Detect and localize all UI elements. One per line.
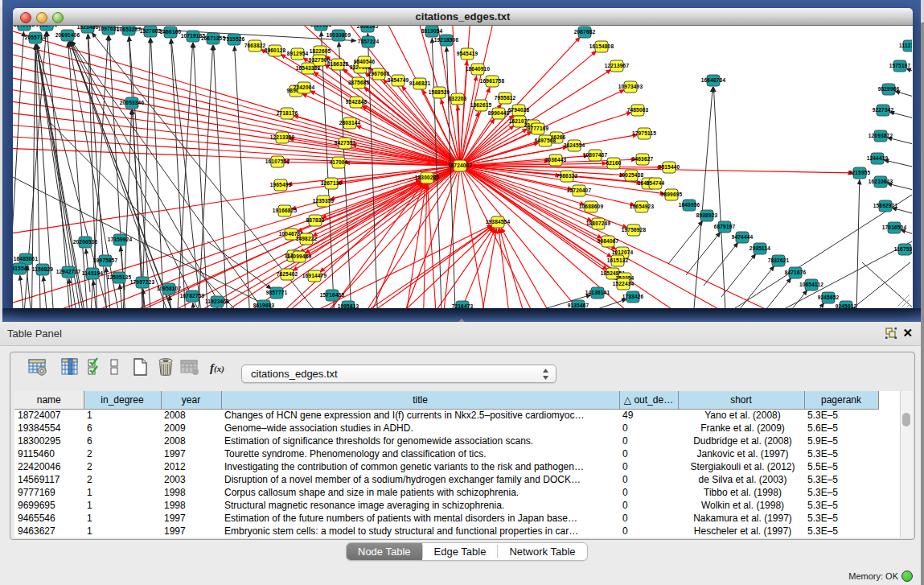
svg-text:16782759: 16782759 xyxy=(180,293,205,299)
svg-text:17975115: 17975115 xyxy=(632,130,656,136)
svg-text:18640910: 18640910 xyxy=(466,66,491,72)
svg-text:1167534: 1167534 xyxy=(894,246,912,252)
svg-text:12505135: 12505135 xyxy=(107,274,132,280)
svg-text:7216473: 7216473 xyxy=(452,303,474,308)
svg-text:20053346: 20053346 xyxy=(120,100,145,105)
svg-text:9463627: 9463627 xyxy=(632,156,654,162)
svg-text:3624554: 3624554 xyxy=(564,142,585,148)
svg-text:14136141: 14136141 xyxy=(585,290,610,295)
svg-text:16210643: 16210643 xyxy=(869,179,893,184)
svg-text:2036443: 2036443 xyxy=(545,157,567,163)
svg-text:9899695: 9899695 xyxy=(661,192,683,197)
svg-text:18300285: 18300285 xyxy=(415,175,440,180)
svg-text:7625402: 7625402 xyxy=(277,271,298,277)
svg-text:1244419: 1244419 xyxy=(867,155,889,161)
svg-text:2718176: 2718176 xyxy=(277,110,298,116)
svg-text:9829966: 9829966 xyxy=(878,86,900,92)
svg-text:9135467: 9135467 xyxy=(568,303,589,308)
svg-text:9545419: 9545419 xyxy=(457,51,478,56)
svg-text:16107552: 16107552 xyxy=(265,159,290,164)
svg-text:17957223: 17957223 xyxy=(130,279,155,285)
svg-text:17016504: 17016504 xyxy=(882,225,907,230)
svg-text:2087682: 2087682 xyxy=(574,29,596,35)
svg-text:8619683: 8619683 xyxy=(253,303,275,308)
svg-text:20691406: 20691406 xyxy=(55,32,80,38)
svg-text:11923468: 11923468 xyxy=(205,299,229,304)
svg-text:3915541: 3915541 xyxy=(13,266,31,271)
svg-text:12213967: 12213967 xyxy=(605,63,630,68)
svg-text:1145194: 1145194 xyxy=(82,270,104,276)
svg-text:7857224: 7857224 xyxy=(358,39,380,44)
svg-text:9245012: 9245012 xyxy=(836,303,857,308)
svg-text:9245652: 9245652 xyxy=(818,295,840,300)
svg-text:7515526: 7515526 xyxy=(224,36,245,42)
svg-text:1498222: 1498222 xyxy=(296,236,318,241)
svg-text:417004: 417004 xyxy=(330,159,348,165)
svg-text:1362615: 1362615 xyxy=(470,102,492,108)
svg-text:1640956: 1640956 xyxy=(679,202,700,208)
svg-text:8427552: 8427552 xyxy=(335,140,356,146)
svg-text:10025438: 10025438 xyxy=(619,172,644,178)
svg-text:14099489: 14099489 xyxy=(287,253,312,259)
svg-text:8960128: 8960128 xyxy=(265,47,286,53)
svg-text:1839121: 1839121 xyxy=(310,26,332,27)
svg-text:1156829: 1156829 xyxy=(32,266,54,272)
svg-text:9146821: 9146821 xyxy=(409,80,431,86)
svg-text:1522434: 1522434 xyxy=(613,281,634,286)
svg-text:62160: 62160 xyxy=(606,160,621,166)
svg-text:7955812: 7955812 xyxy=(495,95,516,101)
svg-text:8912954: 8912954 xyxy=(287,51,309,56)
svg-text:1523486: 1523486 xyxy=(77,26,99,30)
svg-text:20206536: 20206536 xyxy=(73,239,98,245)
svg-text:8813054: 8813054 xyxy=(421,28,443,34)
svg-text:6497568: 6497568 xyxy=(535,138,556,143)
svg-text:19975857: 19975857 xyxy=(93,257,118,263)
svg-text:7663822: 7663822 xyxy=(244,43,266,48)
svg-text:16914479: 16914479 xyxy=(302,273,327,278)
svg-text:1965493: 1965493 xyxy=(270,182,292,187)
svg-text:10654112: 10654112 xyxy=(799,282,823,287)
svg-text:1235359: 1235359 xyxy=(313,198,335,204)
svg-text:3267130: 3267130 xyxy=(321,180,343,186)
svg-text:19756928: 19756928 xyxy=(622,227,647,233)
svg-text:16671355: 16671355 xyxy=(201,35,226,41)
svg-text:7832621: 7832621 xyxy=(768,257,790,263)
svg-text:8454749: 8454749 xyxy=(388,77,409,83)
svg-text:9540546: 9540546 xyxy=(354,59,376,64)
svg-text:2008145: 2008145 xyxy=(357,26,379,29)
svg-text:7485063: 7485063 xyxy=(627,107,649,113)
svg-text:18724007: 18724007 xyxy=(448,163,473,168)
svg-text:10807487: 10807487 xyxy=(583,152,608,158)
svg-text:1615132: 1615132 xyxy=(607,257,629,263)
svg-text:887833: 887833 xyxy=(306,217,325,223)
svg-text:1575107: 1575107 xyxy=(889,63,911,68)
svg-text:9084067: 9084067 xyxy=(598,238,619,244)
svg-text:19654923: 19654923 xyxy=(630,204,655,209)
svg-text:9227342: 9227342 xyxy=(873,107,894,113)
svg-text:15716485: 15716485 xyxy=(320,292,345,298)
svg-text:16543382: 16543382 xyxy=(296,65,321,71)
svg-text:8990448: 8990448 xyxy=(488,110,510,116)
svg-text:15720407: 15720407 xyxy=(567,187,592,193)
svg-text:1012074: 1012074 xyxy=(612,249,634,255)
svg-text:1527602: 1527602 xyxy=(140,28,162,34)
svg-text:9777169: 9777169 xyxy=(528,126,549,131)
svg-text:6794028: 6794028 xyxy=(508,107,530,113)
svg-text:16961758: 16961758 xyxy=(480,78,505,84)
svg-text:1588520: 1588520 xyxy=(429,89,450,95)
svg-text:7986322: 7986322 xyxy=(556,173,578,179)
svg-text:8466160: 8466160 xyxy=(160,29,182,35)
svg-text:6879197: 6879197 xyxy=(714,224,736,229)
svg-text:19166825: 19166825 xyxy=(273,208,298,213)
svg-text:1822605: 1822605 xyxy=(310,48,331,54)
svg-text:8471676: 8471676 xyxy=(785,270,807,275)
svg-text:2055714: 2055714 xyxy=(25,35,47,40)
svg-text:16033809: 16033809 xyxy=(326,32,351,38)
svg-text:12213389: 12213389 xyxy=(270,134,295,140)
svg-text:1733426: 1733426 xyxy=(622,294,644,299)
svg-text:2967608: 2967608 xyxy=(368,71,390,76)
svg-text:12093872: 12093872 xyxy=(869,133,893,138)
svg-text:2935114: 2935114 xyxy=(749,245,771,251)
svg-text:3875685: 3875685 xyxy=(348,80,370,85)
svg-text:9857771: 9857771 xyxy=(266,290,288,295)
